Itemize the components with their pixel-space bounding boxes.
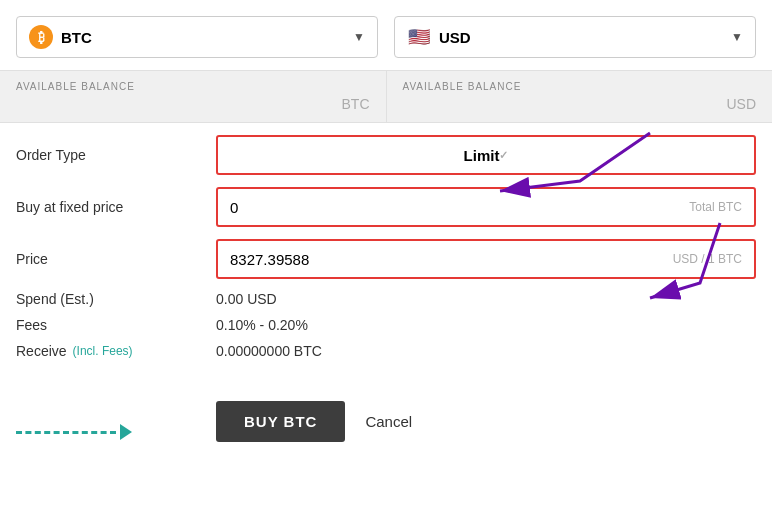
usd-dropdown[interactable]: 🇺🇸 USD ▼ — [394, 16, 756, 58]
spend-value: 0.00 USD — [216, 291, 277, 307]
usd-balance-value: USD — [403, 96, 757, 112]
buy-price-field[interactable]: Total BTC — [216, 187, 756, 227]
price-label: Price — [16, 251, 216, 267]
spend-row: Spend (Est.) 0.00 USD — [16, 291, 756, 307]
btc-dropdown[interactable]: ₿ BTC ▼ — [16, 16, 378, 58]
receive-row: Receive (Incl. Fees) 0.00000000 BTC — [16, 343, 756, 359]
arrow-head-icon — [120, 424, 132, 440]
fees-value: 0.10% - 0.20% — [216, 317, 308, 333]
order-type-select[interactable]: Limit ✓ — [216, 135, 756, 175]
price-input[interactable] — [230, 251, 665, 268]
price-row: Price USD / 1 BTC — [16, 239, 756, 279]
usd-label: USD — [439, 29, 471, 46]
receive-value: 0.00000000 BTC — [216, 343, 322, 359]
btc-label: BTC — [61, 29, 92, 46]
buy-btc-button[interactable]: BUY BTC — [216, 401, 345, 442]
usd-balance-cell: AVAILABLE BALANCE USD — [387, 71, 773, 122]
order-type-label: Order Type — [16, 147, 216, 163]
buy-price-unit: Total BTC — [689, 200, 742, 214]
action-row: BUY BTC Cancel — [0, 387, 772, 456]
btc-icon: ₿ — [29, 25, 53, 49]
price-field[interactable]: USD / 1 BTC — [216, 239, 756, 279]
price-unit: USD / 1 BTC — [673, 252, 742, 266]
spend-label: Spend (Est.) — [16, 291, 216, 307]
btc-chevron-icon: ▼ — [353, 30, 365, 44]
btc-balance-cell: AVAILABLE BALANCE BTC — [0, 71, 387, 122]
dash-line — [16, 431, 116, 434]
btc-balance-label: AVAILABLE BALANCE — [16, 81, 370, 92]
order-type-value: Limit — [464, 147, 500, 164]
usd-balance-label: AVAILABLE BALANCE — [403, 81, 757, 92]
fees-label: Fees — [16, 317, 216, 333]
buy-price-label: Buy at fixed price — [16, 199, 216, 215]
order-type-row: Order Type Limit ✓ — [16, 135, 756, 175]
cancel-button[interactable]: Cancel — [365, 413, 412, 430]
buy-price-input[interactable] — [230, 199, 681, 216]
usd-flag-icon: 🇺🇸 — [407, 29, 431, 45]
buy-price-row: Buy at fixed price Total BTC — [16, 187, 756, 227]
order-type-chevron-icon: ✓ — [499, 149, 508, 162]
incl-fees-label: (Incl. Fees) — [73, 344, 133, 358]
dashed-arrow — [16, 424, 132, 440]
usd-chevron-icon: ▼ — [731, 30, 743, 44]
receive-label: Receive (Incl. Fees) — [16, 343, 216, 359]
fees-row: Fees 0.10% - 0.20% — [16, 317, 756, 333]
btc-balance-value: BTC — [16, 96, 370, 112]
